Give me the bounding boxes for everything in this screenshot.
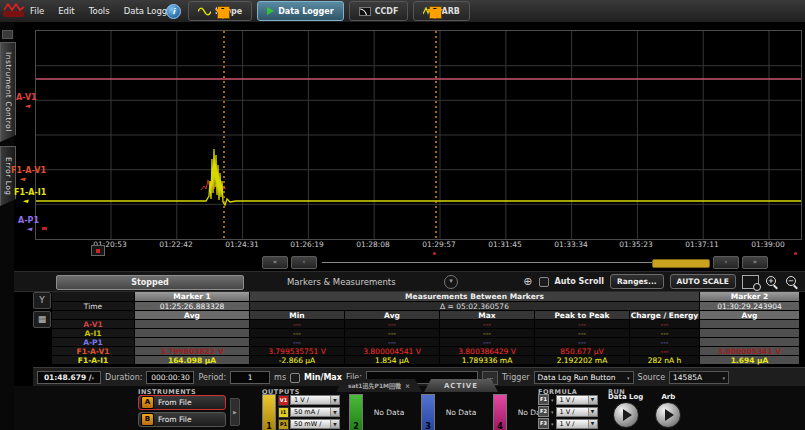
marker-arrow-icon: [427, 9, 443, 38]
i1-scale-select[interactable]: 50 mA / ▼: [290, 407, 340, 417]
tab-ccdf[interactable]: CCDF: [349, 1, 409, 21]
arb-run: Arb: [655, 393, 681, 428]
formula-section: F1 ▾ 1 V / ▼ F2 ▾ 1 V / ▼ F3 ▾ 1 V / ▼: [538, 394, 598, 429]
channel-1-power-row: P1 50 mW / ▼: [278, 419, 340, 430]
elapsed-time: 01:48.679 /: [44, 373, 92, 382]
sidebar-tab-instrument-control[interactable]: Instrument Control: [0, 42, 16, 142]
chevron-down-icon[interactable]: ▾: [551, 409, 554, 415]
menu-edit[interactable]: Edit: [58, 6, 74, 16]
min-value: -2.866 µA: [250, 356, 345, 365]
channel-3-no-data: No Data: [438, 394, 484, 430]
zoom-out-icon[interactable]: −: [785, 275, 799, 289]
trace-label-f1-a-i1[interactable]: F1-A-I1 ◄: [14, 189, 46, 205]
table-row[interactable]: A-V1 --- --- --- --- ---: [52, 320, 800, 329]
zoom-in-icon[interactable]: +: [765, 275, 779, 289]
source-select[interactable]: 14585A ▾: [669, 371, 729, 384]
p1-badge: P1: [278, 419, 289, 430]
scroll-back-button[interactable]: ‹: [291, 256, 317, 269]
marker1-handle[interactable]: 1: [215, 6, 231, 38]
trace-label-f1-a-v1[interactable]: F1-A-V1 ◄: [11, 167, 46, 183]
active-tab[interactable]: ACTIVE: [424, 379, 498, 392]
elapsed-time-dropdown[interactable]: 01:48.679 / ▾: [37, 371, 101, 384]
ranges-button[interactable]: Ranges...: [610, 274, 664, 289]
scroll-thumb[interactable]: [652, 259, 710, 268]
minmax-checkbox[interactable]: [290, 373, 300, 383]
period-field[interactable]: 1: [230, 371, 270, 384]
trace-arrow-icon: ◄: [22, 197, 48, 205]
v1-scale-value: 1 V /: [294, 396, 309, 404]
x-tick: 01:29:57: [414, 240, 464, 249]
tab-arb-label: ARB: [441, 7, 459, 16]
signal-tree-icon[interactable]: Y: [33, 292, 51, 309]
formula-f1-row: F1 ▾ 1 V / ▼: [538, 394, 598, 405]
datalog-chart[interactable]: [35, 30, 802, 240]
marker2-header[interactable]: Marker 2: [700, 292, 800, 302]
outputs-channels: 1 V1 1 V / ▼ I1 50 mA / ▼: [262, 394, 556, 430]
i1-scale-value: 50 mA /: [294, 408, 319, 416]
marker2-handle[interactable]: 2: [427, 6, 443, 38]
menu-tools[interactable]: Tools: [89, 6, 110, 16]
table-row[interactable]: F1-A-V1 3.799803822 V 3.799535751 V 3.80…: [52, 347, 800, 356]
instruments-expander-button[interactable]: ▶: [230, 398, 240, 426]
play-icon: [267, 7, 274, 15]
v1-scale-select[interactable]: 1 V / ▼: [290, 395, 340, 405]
x-tick: 01:31:45: [480, 240, 530, 249]
target-icon[interactable]: ⊕: [523, 276, 532, 287]
collapse-panel-icon[interactable]: ▾: [444, 275, 458, 289]
channel-1-bar[interactable]: 1: [262, 394, 276, 430]
instrument-b-button[interactable]: B From File: [138, 412, 226, 427]
max-value: 1.789336 mA: [440, 356, 535, 365]
keysight-logo: [3, 3, 25, 18]
x-tick: 01:37:11: [677, 240, 727, 249]
i1-badge: I1: [278, 407, 289, 418]
channel-2-bar[interactable]: 2: [349, 394, 363, 430]
trace-label-a-p1[interactable]: A-P1 ◄: [18, 217, 39, 233]
trace-arrow-icon: ◄: [24, 102, 38, 110]
grid-view-icon[interactable]: ▦: [33, 311, 51, 328]
channel-3-number: 3: [422, 422, 434, 430]
auto-scale-button[interactable]: AUTO SCALE: [670, 274, 736, 289]
table-row[interactable]: F1-A-I1 164.098 µA -2.866 µA 1.854 µA 1.…: [52, 356, 800, 365]
auto-scroll-label: Auto Scroll: [555, 277, 604, 286]
scroll-forward-button[interactable]: ›: [713, 256, 739, 269]
chevron-down-icon[interactable]: ▾: [551, 397, 554, 403]
instrument-a-button[interactable]: A From File: [138, 395, 226, 410]
chevron-down-icon[interactable]: ▾: [551, 421, 554, 427]
arb-play-button[interactable]: [655, 402, 681, 428]
trace-yellow-line: [36, 149, 801, 205]
tab-data-logger[interactable]: Data Logger: [257, 1, 343, 21]
scroll-fast-forward-button[interactable]: »: [742, 256, 768, 269]
close-icon[interactable]: ×: [405, 382, 410, 389]
source-label: Source: [638, 373, 665, 382]
run-state-button[interactable]: Stopped: [56, 275, 244, 290]
p1-scale-select[interactable]: 50 mW / ▼: [290, 419, 340, 429]
auto-scroll-checkbox[interactable]: [539, 277, 549, 287]
info-icon[interactable]: i: [166, 4, 181, 19]
f3-scale-select[interactable]: 1 V / ▼: [556, 419, 598, 429]
menu-file[interactable]: File: [30, 6, 44, 16]
zoom-region-icon[interactable]: [742, 275, 759, 289]
sidebar-chip-icon: [2, 30, 13, 39]
scroll-track[interactable]: [320, 257, 710, 268]
output-file-tab[interactable]: sat1迅先P1M回微 ×: [336, 379, 422, 392]
duration-field[interactable]: 000:00:30: [146, 371, 194, 384]
record-marker-chip[interactable]: [91, 245, 105, 256]
trigger-value: Data Log Run Button: [538, 373, 616, 382]
channel-4-bar[interactable]: 4: [493, 394, 507, 430]
trigger-select[interactable]: Data Log Run Button ▾: [534, 371, 634, 384]
data-log-play-button[interactable]: [613, 402, 639, 428]
f1-scale-select[interactable]: 1 V / ▼: [556, 395, 598, 405]
minmax-label: Min/Max: [304, 373, 342, 382]
f2-scale-select[interactable]: 1 V / ▼: [556, 407, 598, 417]
trace-label-a-v1[interactable]: A-V1 ◄: [16, 94, 37, 110]
f1-badge: F1: [538, 394, 549, 405]
scroll-fast-back-button[interactable]: «: [262, 256, 288, 269]
chevron-down-icon: ▾: [627, 375, 630, 381]
table-row[interactable]: A-I1 --- --- --- --- ---: [52, 329, 800, 338]
marker1-header[interactable]: Marker 1: [135, 292, 250, 302]
channel-3-bar[interactable]: 3: [421, 394, 435, 430]
output-file-tab-label: sat1迅先P1M回微: [348, 381, 401, 390]
x-tick: 01:26:19: [282, 240, 332, 249]
channel-1-rows: V1 1 V / ▼ I1 50 mA / ▼ P1 50: [278, 394, 340, 430]
data-log-run: Data Log: [608, 393, 643, 428]
